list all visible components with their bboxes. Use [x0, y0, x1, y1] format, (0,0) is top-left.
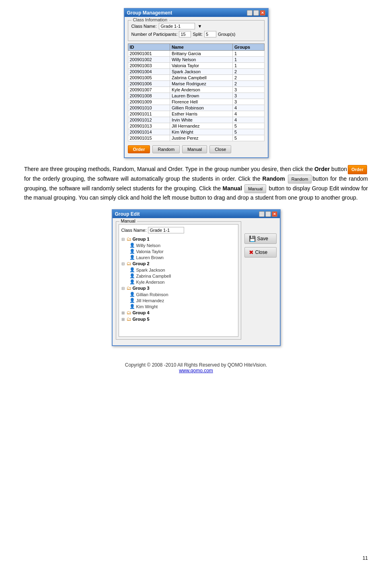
group-label: Group 2 — [133, 261, 150, 266]
tree-expand-icon: ⊟ — [121, 262, 125, 266]
page-number: 11 — [363, 555, 368, 561]
student-icon: 👤 — [129, 243, 135, 248]
tree-student-item[interactable]: 👤Jill Hernandez — [121, 297, 236, 303]
manual-section-label: Manual — [119, 219, 137, 223]
action-buttons-row: Order Random Manual Close — [128, 144, 265, 154]
window-close-button[interactable]: ✕ — [260, 10, 265, 16]
student-icon: 👤 — [129, 304, 135, 309]
maximize-button[interactable]: □ — [253, 10, 259, 16]
ge-close-label: Close — [255, 249, 268, 255]
tree-student-item[interactable]: 👤Valonia Taylor — [121, 248, 236, 254]
inline-order-button: Order — [348, 165, 367, 174]
students-table: ID Name Groups 200901001Brittany Garcia1… — [128, 43, 265, 141]
footer: Copyright © 2008 -2010 All Rights Reserv… — [24, 362, 368, 381]
student-label: Zabrina Campbell — [136, 274, 171, 278]
split-label: Split: — [193, 32, 202, 37]
table-row: 200901007Kyle Anderson3 — [128, 87, 264, 93]
copyright-text: Copyright © 2008 -2010 All Rights Reserv… — [24, 362, 368, 368]
inline-manual-button: Manual — [244, 184, 266, 194]
student-label: Spark Jackson — [136, 268, 165, 272]
student-icon: 👤 — [129, 298, 135, 303]
group-edit-left-panel: Manual Class Name: ⊟🗂Group 1👤Willy Nelso… — [116, 221, 241, 342]
random-button[interactable]: Random — [152, 145, 180, 153]
body-paragraph: There are three grouping methods, Random… — [24, 165, 368, 203]
close-button[interactable]: Close — [209, 145, 231, 153]
group-icon: 🗂 — [127, 236, 131, 242]
random-bold: Random — [263, 175, 285, 182]
col-header-name: Name — [170, 44, 232, 51]
table-row: 200901011Esther Harris4 — [128, 111, 264, 117]
minimize-button[interactable]: _ — [247, 10, 252, 16]
group-label: Group 3 — [133, 286, 150, 291]
table-row: 200901002Willy Nelson1 — [128, 57, 264, 63]
student-label: Lauren Brown — [136, 255, 164, 260]
student-label: Kim Wright — [136, 304, 158, 309]
split-input[interactable] — [204, 31, 216, 37]
ge-window-close-button[interactable]: ✕ — [272, 211, 277, 217]
inline-random-button: Random — [288, 175, 312, 184]
class-name-label: Class Name: — [131, 24, 157, 29]
tree-student-item[interactable]: 👤Lauren Brown — [121, 254, 236, 260]
tree-group-item[interactable]: ⊟🗂Group 3 — [121, 285, 236, 291]
order-button[interactable]: Order — [128, 145, 150, 153]
ge-class-name-label: Class Name: — [121, 228, 147, 233]
tree-group-item[interactable]: ⊟🗂Group 2 — [121, 260, 236, 267]
save-button[interactable]: 💾 Save — [244, 233, 277, 244]
tree-student-item[interactable]: 👤Willy Nelson — [121, 242, 236, 248]
table-row: 200901004Spark Jackson2 — [128, 69, 264, 75]
group-icon: 🗂 — [127, 316, 131, 322]
student-icon: 👤 — [129, 255, 135, 260]
manual-section: Manual Class Name: ⊟🗂Group 1👤Willy Nelso… — [116, 221, 241, 340]
group-icon: 🗂 — [127, 285, 131, 291]
table-row: 200901001Brittany Garcia1 — [128, 51, 264, 57]
groups-label: Group(s) — [218, 32, 235, 37]
tree-student-item[interactable]: 👤Gillian Robinson — [121, 291, 236, 297]
tree-student-item[interactable]: 👤Kim Wright — [121, 303, 236, 309]
student-icon: 👤 — [129, 273, 135, 278]
table-row: 200901006Marise Rodriguez2 — [128, 81, 264, 87]
tree-expand-icon: ⊞ — [121, 311, 125, 315]
student-icon: 👤 — [129, 292, 135, 297]
class-info-section: Class Information Class Name: ▼ Number o… — [128, 20, 265, 41]
group-label: Group 5 — [133, 317, 150, 322]
student-label: Willy Nelson — [136, 243, 161, 248]
manual-button[interactable]: Manual — [182, 145, 207, 153]
tree-student-item[interactable]: 👤Kyle Anderson — [121, 279, 236, 285]
student-icon: 👤 — [129, 267, 135, 272]
table-row: 200901010Gillien Robinson4 — [128, 105, 264, 111]
ge-class-name-input[interactable] — [148, 227, 184, 233]
group-tree: Class Name: ⊟🗂Group 1👤Willy Nelson👤Valon… — [119, 224, 238, 337]
student-icon: 👤 — [129, 249, 135, 254]
tree-student-item[interactable]: 👤Spark Jackson — [121, 267, 236, 273]
student-label: Kyle Anderson — [136, 280, 165, 284]
participants-input[interactable] — [179, 31, 191, 37]
table-row: 200901015Justine Perez5 — [128, 135, 264, 141]
close-icon: ✖ — [249, 249, 254, 256]
col-header-id: ID — [128, 44, 170, 51]
tree-expand-icon: ⊟ — [121, 286, 125, 291]
ge-close-button[interactable]: ✖ Close — [244, 247, 277, 258]
group-management-window: Group Management _ □ ✕ Class Information… — [124, 8, 269, 158]
group-edit-right-panel: 💾 Save ✖ Close — [244, 221, 277, 342]
order-bold: Order — [314, 166, 330, 172]
table-row: 200901003Valonia Taylor1 — [128, 63, 264, 69]
group-icon: 🗂 — [127, 261, 131, 266]
ge-minimize-button[interactable]: _ — [259, 211, 265, 217]
save-icon: 💾 — [249, 235, 256, 242]
ge-maximize-button[interactable]: □ — [265, 211, 271, 217]
website-link[interactable]: www.qomo.com — [179, 368, 213, 373]
class-name-input[interactable] — [159, 23, 195, 29]
table-row: 200901009Florence Hell3 — [128, 99, 264, 105]
table-row: 200901008Lauren Brown3 — [128, 93, 264, 99]
tree-group-item[interactable]: ⊞🗂Group 5 — [121, 316, 236, 322]
tree-group-item[interactable]: ⊟🗂Group 1 — [121, 236, 236, 242]
student-icon: 👤 — [129, 279, 135, 284]
tree-group-item[interactable]: ⊞🗂Group 4 — [121, 309, 236, 316]
table-row: 200901005Zabrina Campbell2 — [128, 75, 264, 81]
tree-student-item[interactable]: 👤Zabrina Campbell — [121, 273, 236, 279]
group-label: Group 4 — [133, 310, 150, 315]
group-icon: 🗂 — [127, 310, 131, 315]
group-label: Group 1 — [133, 237, 150, 241]
table-row: 200901012Irvin White4 — [128, 117, 264, 123]
group-edit-titlebar: Group Edit _ □ ✕ — [113, 210, 280, 218]
